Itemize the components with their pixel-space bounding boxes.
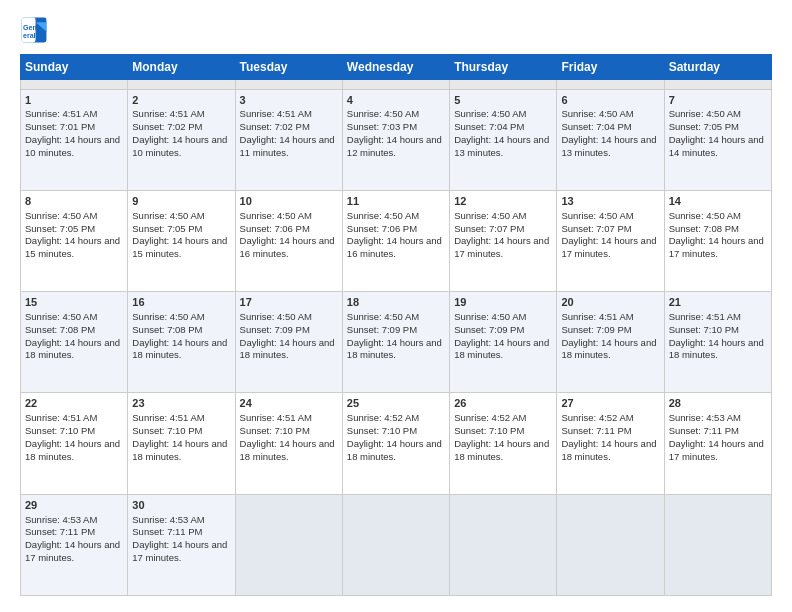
calendar-header-friday: Friday bbox=[557, 55, 664, 80]
sunrise-label: Sunrise: 4:50 AM bbox=[454, 311, 526, 322]
daylight-label: Daylight: 14 hours and 17 minutes. bbox=[561, 235, 656, 259]
sunrise-label: Sunrise: 4:50 AM bbox=[240, 210, 312, 221]
calendar-cell bbox=[342, 494, 449, 595]
calendar-cell: 8Sunrise: 4:50 AMSunset: 7:05 PMDaylight… bbox=[21, 190, 128, 291]
daylight-label: Daylight: 14 hours and 15 minutes. bbox=[132, 235, 227, 259]
calendar-cell: 12Sunrise: 4:50 AMSunset: 7:07 PMDayligh… bbox=[450, 190, 557, 291]
daylight-label: Daylight: 14 hours and 18 minutes. bbox=[132, 337, 227, 361]
sunrise-label: Sunrise: 4:50 AM bbox=[240, 311, 312, 322]
day-number: 10 bbox=[240, 194, 338, 209]
daylight-label: Daylight: 14 hours and 18 minutes. bbox=[454, 337, 549, 361]
calendar-cell: 5Sunrise: 4:50 AMSunset: 7:04 PMDaylight… bbox=[450, 89, 557, 190]
sunset-label: Sunset: 7:04 PM bbox=[454, 121, 524, 132]
daylight-label: Daylight: 14 hours and 10 minutes. bbox=[25, 134, 120, 158]
calendar-cell: 6Sunrise: 4:50 AMSunset: 7:04 PMDaylight… bbox=[557, 89, 664, 190]
sunset-label: Sunset: 7:10 PM bbox=[669, 324, 739, 335]
sunset-label: Sunset: 7:03 PM bbox=[347, 121, 417, 132]
calendar-week-row: 8Sunrise: 4:50 AMSunset: 7:05 PMDaylight… bbox=[21, 190, 772, 291]
sunset-label: Sunset: 7:05 PM bbox=[132, 223, 202, 234]
calendar-cell bbox=[235, 80, 342, 90]
sunrise-label: Sunrise: 4:50 AM bbox=[669, 210, 741, 221]
day-number: 30 bbox=[132, 498, 230, 513]
calendar-cell: 21Sunrise: 4:51 AMSunset: 7:10 PMDayligh… bbox=[664, 292, 771, 393]
day-number: 25 bbox=[347, 396, 445, 411]
calendar-header-tuesday: Tuesday bbox=[235, 55, 342, 80]
daylight-label: Daylight: 14 hours and 18 minutes. bbox=[347, 337, 442, 361]
sunset-label: Sunset: 7:10 PM bbox=[25, 425, 95, 436]
calendar-week-row bbox=[21, 80, 772, 90]
day-number: 2 bbox=[132, 93, 230, 108]
sunrise-label: Sunrise: 4:51 AM bbox=[132, 108, 204, 119]
day-number: 7 bbox=[669, 93, 767, 108]
calendar-cell: 24Sunrise: 4:51 AMSunset: 7:10 PMDayligh… bbox=[235, 393, 342, 494]
daylight-label: Daylight: 14 hours and 17 minutes. bbox=[25, 539, 120, 563]
sunrise-label: Sunrise: 4:52 AM bbox=[454, 412, 526, 423]
sunrise-label: Sunrise: 4:51 AM bbox=[25, 412, 97, 423]
daylight-label: Daylight: 14 hours and 16 minutes. bbox=[347, 235, 442, 259]
header: Gen eral bbox=[20, 16, 772, 44]
sunrise-label: Sunrise: 4:50 AM bbox=[454, 210, 526, 221]
sunrise-label: Sunrise: 4:53 AM bbox=[25, 514, 97, 525]
sunset-label: Sunset: 7:08 PM bbox=[669, 223, 739, 234]
calendar-cell bbox=[664, 80, 771, 90]
sunset-label: Sunset: 7:07 PM bbox=[454, 223, 524, 234]
daylight-label: Daylight: 14 hours and 17 minutes. bbox=[669, 438, 764, 462]
sunrise-label: Sunrise: 4:50 AM bbox=[25, 311, 97, 322]
calendar-cell: 28Sunrise: 4:53 AMSunset: 7:11 PMDayligh… bbox=[664, 393, 771, 494]
calendar-cell: 18Sunrise: 4:50 AMSunset: 7:09 PMDayligh… bbox=[342, 292, 449, 393]
day-number: 5 bbox=[454, 93, 552, 108]
sunset-label: Sunset: 7:11 PM bbox=[561, 425, 631, 436]
daylight-label: Daylight: 14 hours and 18 minutes. bbox=[240, 438, 335, 462]
sunrise-label: Sunrise: 4:50 AM bbox=[561, 108, 633, 119]
calendar-week-row: 22Sunrise: 4:51 AMSunset: 7:10 PMDayligh… bbox=[21, 393, 772, 494]
sunset-label: Sunset: 7:11 PM bbox=[25, 526, 95, 537]
daylight-label: Daylight: 14 hours and 14 minutes. bbox=[669, 134, 764, 158]
sunrise-label: Sunrise: 4:51 AM bbox=[25, 108, 97, 119]
day-number: 23 bbox=[132, 396, 230, 411]
sunrise-label: Sunrise: 4:51 AM bbox=[669, 311, 741, 322]
calendar-cell: 17Sunrise: 4:50 AMSunset: 7:09 PMDayligh… bbox=[235, 292, 342, 393]
calendar-cell: 16Sunrise: 4:50 AMSunset: 7:08 PMDayligh… bbox=[128, 292, 235, 393]
calendar-header-monday: Monday bbox=[128, 55, 235, 80]
sunrise-label: Sunrise: 4:50 AM bbox=[561, 210, 633, 221]
calendar-cell bbox=[450, 80, 557, 90]
daylight-label: Daylight: 14 hours and 18 minutes. bbox=[347, 438, 442, 462]
calendar-cell: 26Sunrise: 4:52 AMSunset: 7:10 PMDayligh… bbox=[450, 393, 557, 494]
day-number: 4 bbox=[347, 93, 445, 108]
logo-icon: Gen eral bbox=[20, 16, 48, 44]
day-number: 8 bbox=[25, 194, 123, 209]
calendar-cell bbox=[21, 80, 128, 90]
day-number: 18 bbox=[347, 295, 445, 310]
day-number: 26 bbox=[454, 396, 552, 411]
calendar-cell: 25Sunrise: 4:52 AMSunset: 7:10 PMDayligh… bbox=[342, 393, 449, 494]
day-number: 19 bbox=[454, 295, 552, 310]
calendar-cell bbox=[235, 494, 342, 595]
sunrise-label: Sunrise: 4:51 AM bbox=[561, 311, 633, 322]
sunset-label: Sunset: 7:09 PM bbox=[240, 324, 310, 335]
svg-text:eral: eral bbox=[23, 32, 36, 39]
calendar-cell bbox=[557, 494, 664, 595]
day-number: 20 bbox=[561, 295, 659, 310]
sunset-label: Sunset: 7:11 PM bbox=[132, 526, 202, 537]
daylight-label: Daylight: 14 hours and 15 minutes. bbox=[25, 235, 120, 259]
sunset-label: Sunset: 7:04 PM bbox=[561, 121, 631, 132]
calendar-cell: 7Sunrise: 4:50 AMSunset: 7:05 PMDaylight… bbox=[664, 89, 771, 190]
sunset-label: Sunset: 7:09 PM bbox=[454, 324, 524, 335]
sunrise-label: Sunrise: 4:52 AM bbox=[561, 412, 633, 423]
calendar-cell bbox=[450, 494, 557, 595]
calendar-header-wednesday: Wednesday bbox=[342, 55, 449, 80]
sunrise-label: Sunrise: 4:50 AM bbox=[454, 108, 526, 119]
sunrise-label: Sunrise: 4:50 AM bbox=[132, 210, 204, 221]
calendar-header-sunday: Sunday bbox=[21, 55, 128, 80]
sunset-label: Sunset: 7:10 PM bbox=[454, 425, 524, 436]
calendar-cell: 19Sunrise: 4:50 AMSunset: 7:09 PMDayligh… bbox=[450, 292, 557, 393]
day-number: 12 bbox=[454, 194, 552, 209]
calendar-cell bbox=[557, 80, 664, 90]
calendar-cell bbox=[342, 80, 449, 90]
day-number: 11 bbox=[347, 194, 445, 209]
calendar-cell: 11Sunrise: 4:50 AMSunset: 7:06 PMDayligh… bbox=[342, 190, 449, 291]
calendar-cell bbox=[664, 494, 771, 595]
calendar-cell: 23Sunrise: 4:51 AMSunset: 7:10 PMDayligh… bbox=[128, 393, 235, 494]
daylight-label: Daylight: 14 hours and 16 minutes. bbox=[240, 235, 335, 259]
calendar-week-row: 1Sunrise: 4:51 AMSunset: 7:01 PMDaylight… bbox=[21, 89, 772, 190]
